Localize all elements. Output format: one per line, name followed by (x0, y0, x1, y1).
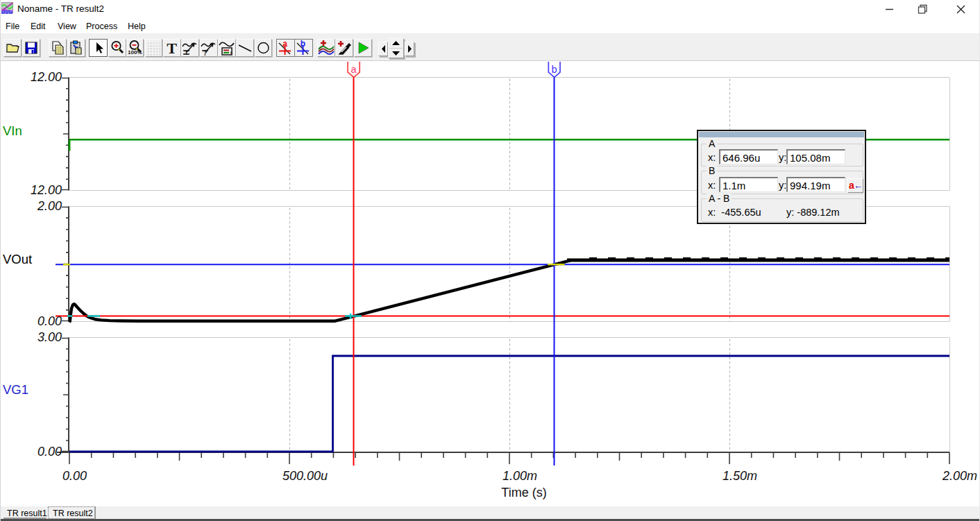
svg-text:VG1: VG1 (3, 382, 28, 397)
svg-text:VOut: VOut (3, 252, 32, 266)
svg-text:a: a (350, 64, 357, 75)
svg-text:12.00: 12.00 (31, 70, 62, 84)
svg-text:2.00m: 2.00m (942, 469, 977, 483)
svg-text:0.00: 0.00 (62, 469, 87, 483)
svg-text:500.00u: 500.00u (282, 469, 328, 483)
svg-text:Time (s): Time (s) (501, 486, 546, 499)
svg-text:VIn: VIn (3, 123, 22, 138)
svg-text:2.00: 2.00 (37, 199, 62, 213)
svg-text:0.00: 0.00 (37, 445, 62, 459)
svg-text:12.00: 12.00 (31, 183, 62, 197)
svg-text:1.50m: 1.50m (723, 469, 757, 483)
svg-text:0.00: 0.00 (37, 314, 62, 328)
svg-text:1.00m: 1.00m (502, 469, 537, 483)
svg-text:b: b (552, 64, 557, 75)
svg-text:3.00: 3.00 (37, 330, 62, 344)
